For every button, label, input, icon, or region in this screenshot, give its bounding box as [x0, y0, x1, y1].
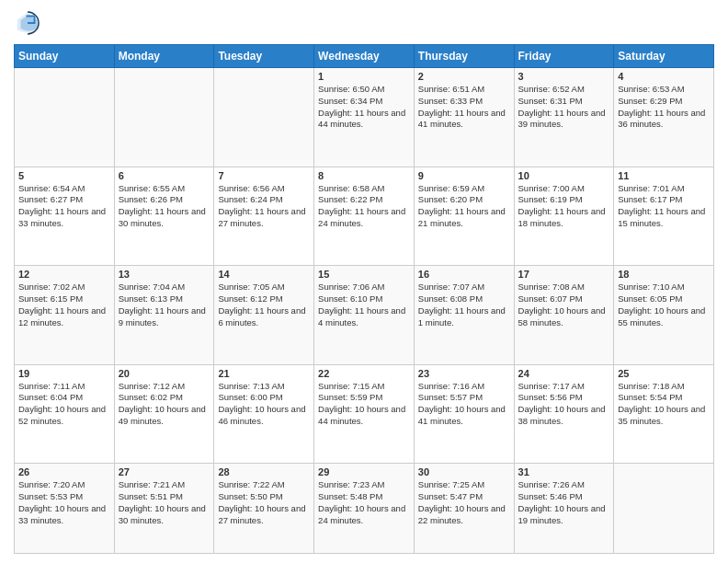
day-number: 4	[618, 71, 710, 82]
day-info: Daylight: 10 hours and 33 minutes.	[18, 503, 110, 527]
weekday-saturday: Saturday	[614, 45, 714, 68]
day-info: Sunrise: 7:16 AM	[418, 381, 510, 393]
day-number: 1	[318, 71, 410, 82]
day-info: Daylight: 10 hours and 38 minutes.	[518, 404, 610, 428]
calendar-cell: 18Sunrise: 7:10 AMSunset: 6:05 PMDayligh…	[614, 266, 714, 365]
calendar-cell	[614, 464, 714, 554]
day-info: Sunset: 5:57 PM	[418, 392, 510, 404]
day-info: Sunrise: 7:23 AM	[318, 479, 410, 491]
logo-icon	[14, 9, 41, 37]
day-info: Sunset: 5:50 PM	[218, 491, 310, 503]
calendar-cell: 21Sunrise: 7:13 AMSunset: 6:00 PMDayligh…	[214, 364, 314, 464]
day-number: 7	[218, 170, 310, 181]
calendar-cell: 3Sunrise: 6:52 AMSunset: 6:31 PMDaylight…	[514, 68, 614, 167]
day-number: 20	[119, 368, 210, 379]
logo	[14, 9, 45, 37]
day-number: 3	[518, 71, 610, 82]
day-info: Sunset: 5:47 PM	[418, 491, 510, 503]
day-number: 13	[119, 269, 210, 280]
header	[14, 9, 714, 37]
day-info: Sunrise: 6:53 AM	[618, 84, 710, 96]
weekday-wednesday: Wednesday	[314, 45, 415, 68]
day-number: 8	[318, 170, 410, 181]
day-info: Sunset: 6:24 PM	[218, 194, 310, 206]
weekday-thursday: Thursday	[414, 45, 514, 68]
day-info: Sunrise: 7:17 AM	[518, 381, 610, 393]
calendar-cell: 13Sunrise: 7:04 AMSunset: 6:13 PMDayligh…	[114, 266, 214, 365]
calendar-cell: 31Sunrise: 7:26 AMSunset: 5:46 PMDayligh…	[514, 464, 614, 554]
day-info: Sunset: 6:02 PM	[119, 392, 210, 404]
day-info: Sunset: 5:51 PM	[119, 491, 210, 503]
weekday-header-row: SundayMondayTuesdayWednesdayThursdayFrid…	[15, 45, 714, 68]
day-info: Daylight: 11 hours and 4 minutes.	[318, 305, 410, 329]
day-info: Sunset: 6:12 PM	[218, 293, 310, 305]
calendar-cell: 29Sunrise: 7:23 AMSunset: 5:48 PMDayligh…	[314, 464, 415, 554]
day-info: Sunset: 5:48 PM	[318, 491, 410, 503]
day-info: Sunrise: 7:11 AM	[18, 381, 110, 393]
day-info: Sunset: 6:33 PM	[418, 96, 510, 108]
day-info: Daylight: 11 hours and 39 minutes.	[518, 108, 610, 132]
day-info: Sunrise: 7:05 AM	[218, 282, 310, 293]
day-info: Daylight: 11 hours and 44 minutes.	[318, 108, 410, 132]
day-info: Daylight: 11 hours and 1 minute.	[418, 305, 510, 329]
calendar-cell: 20Sunrise: 7:12 AMSunset: 6:02 PMDayligh…	[114, 364, 214, 464]
day-info: Sunset: 6:07 PM	[518, 293, 610, 305]
calendar-cell: 16Sunrise: 7:07 AMSunset: 6:08 PMDayligh…	[414, 266, 514, 365]
day-info: Sunset: 5:54 PM	[618, 392, 710, 404]
day-info: Daylight: 10 hours and 46 minutes.	[218, 404, 310, 428]
day-number: 15	[318, 269, 410, 280]
weekday-friday: Friday	[514, 45, 614, 68]
calendar-week-3: 12Sunrise: 7:02 AMSunset: 6:15 PMDayligh…	[15, 266, 714, 365]
calendar-cell: 11Sunrise: 7:01 AMSunset: 6:17 PMDayligh…	[614, 167, 714, 266]
day-info: Daylight: 10 hours and 35 minutes.	[618, 404, 710, 428]
day-info: Sunrise: 7:01 AM	[618, 183, 710, 195]
day-info: Sunrise: 6:50 AM	[318, 84, 410, 96]
day-info: Daylight: 10 hours and 30 minutes.	[119, 503, 210, 527]
day-info: Sunrise: 7:10 AM	[618, 282, 710, 293]
day-info: Sunrise: 7:00 AM	[518, 183, 610, 195]
day-info: Sunrise: 6:59 AM	[418, 183, 510, 195]
calendar-cell: 8Sunrise: 6:58 AMSunset: 6:22 PMDaylight…	[314, 167, 415, 266]
day-number: 14	[218, 269, 310, 280]
day-number: 12	[18, 269, 110, 280]
weekday-monday: Monday	[114, 45, 214, 68]
day-info: Sunrise: 7:21 AM	[119, 479, 210, 491]
day-info: Sunset: 5:56 PM	[518, 392, 610, 404]
day-info: Sunrise: 7:25 AM	[418, 479, 510, 491]
weekday-sunday: Sunday	[15, 45, 115, 68]
day-info: Sunset: 6:27 PM	[18, 194, 110, 206]
day-number: 22	[318, 368, 410, 379]
day-info: Daylight: 11 hours and 24 minutes.	[318, 206, 410, 230]
day-info: Sunrise: 7:12 AM	[119, 381, 210, 393]
day-info: Sunrise: 6:51 AM	[418, 84, 510, 96]
day-info: Daylight: 11 hours and 33 minutes.	[18, 206, 110, 230]
day-info: Daylight: 11 hours and 30 minutes.	[119, 206, 210, 230]
day-info: Daylight: 11 hours and 6 minutes.	[218, 305, 310, 329]
day-info: Sunset: 6:26 PM	[119, 194, 210, 206]
day-info: Sunset: 6:29 PM	[618, 96, 710, 108]
calendar-cell: 10Sunrise: 7:00 AMSunset: 6:19 PMDayligh…	[514, 167, 614, 266]
day-number: 30	[418, 466, 510, 477]
day-info: Daylight: 10 hours and 44 minutes.	[318, 404, 410, 428]
day-info: Daylight: 11 hours and 21 minutes.	[418, 206, 510, 230]
page: SundayMondayTuesdayWednesdayThursdayFrid…	[0, 0, 728, 563]
calendar-cell: 1Sunrise: 6:50 AMSunset: 6:34 PMDaylight…	[314, 68, 415, 167]
day-info: Sunset: 6:19 PM	[518, 194, 610, 206]
day-number: 31	[518, 466, 610, 477]
calendar-week-2: 5Sunrise: 6:54 AMSunset: 6:27 PMDaylight…	[15, 167, 714, 266]
calendar-cell: 6Sunrise: 6:55 AMSunset: 6:26 PMDaylight…	[114, 167, 214, 266]
calendar-cell	[114, 68, 214, 167]
day-info: Sunrise: 7:07 AM	[418, 282, 510, 293]
day-number: 23	[418, 368, 510, 379]
day-info: Sunrise: 7:26 AM	[518, 479, 610, 491]
day-info: Sunrise: 6:55 AM	[119, 183, 210, 195]
day-info: Daylight: 11 hours and 12 minutes.	[18, 305, 110, 329]
day-info: Sunset: 6:08 PM	[418, 293, 510, 305]
day-number: 10	[518, 170, 610, 181]
day-info: Daylight: 10 hours and 27 minutes.	[218, 503, 310, 527]
day-number: 16	[418, 269, 510, 280]
calendar-cell: 2Sunrise: 6:51 AMSunset: 6:33 PMDaylight…	[414, 68, 514, 167]
day-info: Sunset: 6:15 PM	[18, 293, 110, 305]
day-info: Sunset: 6:04 PM	[18, 392, 110, 404]
weekday-tuesday: Tuesday	[214, 45, 314, 68]
